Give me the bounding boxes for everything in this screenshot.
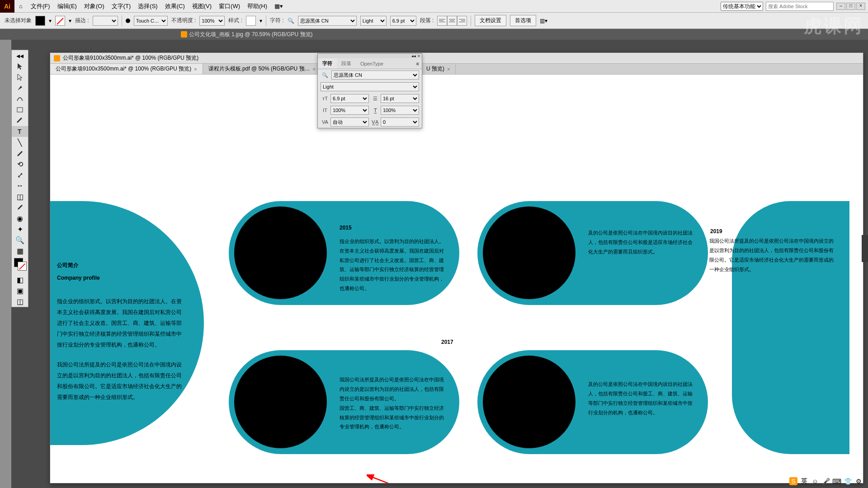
- stroke-weight[interactable]: [93, 16, 118, 26]
- pill-2015: 2015 指企业的组织形式。以营利为目的的社团法人。在资本主义社会获得高度发展。…: [229, 201, 459, 305]
- tab-character[interactable]: 字符: [318, 58, 337, 69]
- menu-file[interactable]: 文件(F): [27, 2, 54, 10]
- menu-help[interactable]: 帮助(H): [244, 2, 271, 10]
- eyedropper-tool[interactable]: [12, 202, 28, 213]
- canvas[interactable]: 公司简介 Company profile 指企业的组织形式。以营利为目的的社团法…: [50, 75, 863, 483]
- pill-bottom-left: 我国公司法所提及的公司是依照公司法在中国境内设立的是以营利为目的的社团法人，包括…: [229, 350, 459, 454]
- opacity-field[interactable]: 100%: [199, 16, 225, 26]
- menu-type[interactable]: 文字(T): [108, 2, 135, 10]
- width-tool[interactable]: ↔: [12, 180, 28, 191]
- tab-paragraph[interactable]: 段落: [337, 58, 356, 69]
- stroke-dropdown-icon[interactable]: ▾: [69, 18, 71, 24]
- panel-font-weight[interactable]: Light: [321, 82, 419, 91]
- align-center[interactable]: [447, 16, 457, 26]
- symbol-sprayer-tool[interactable]: ✦: [12, 224, 28, 235]
- pill-text: 及的公司是依照公司法在中国境内设目的社团法人，包括有限责任公司和股工、商、建筑、…: [588, 380, 697, 418]
- artboard-tool[interactable]: ▦: [12, 245, 28, 256]
- rotate-tool[interactable]: ⟲: [12, 159, 28, 169]
- screen-mode[interactable]: ▣: [12, 285, 28, 296]
- fill-dropdown-icon[interactable]: ▾: [49, 18, 52, 24]
- shaper-tool[interactable]: [12, 148, 28, 159]
- close-icon[interactable]: ×: [447, 66, 450, 72]
- panel-kerning[interactable]: 自动: [330, 117, 369, 127]
- preferences-button[interactable]: 首选项: [510, 15, 536, 26]
- close-icon[interactable]: ×: [313, 66, 316, 72]
- panel-tracking[interactable]: 0: [381, 117, 419, 127]
- window-max[interactable]: □: [846, 3, 855, 10]
- workspace: ◂◂ T ╲ ⟲ ⤢ ↔ ◫ ◉ ✦ 🔍 ▦ ◧ ▣ ◫ 公司形象墙9100x3…: [0, 40, 868, 488]
- free-transform-tool[interactable]: ◫: [12, 191, 28, 202]
- tab-label: 课程片头模板.pdf @ 50% (RGB/GPU 预…: [208, 65, 310, 73]
- doc-tab-1[interactable]: 公司形象墙9100x3500mm.ai* @ 100% (RGB/GPU 预览)…: [50, 64, 203, 74]
- ime-settings-icon[interactable]: ⚙: [854, 477, 863, 485]
- font-family[interactable]: 思源黑体 CN: [298, 16, 357, 26]
- rectangle-tool[interactable]: [12, 104, 28, 115]
- graphic-style[interactable]: [246, 16, 256, 26]
- home-icon[interactable]: ⌂: [14, 3, 27, 9]
- workspace-switcher[interactable]: 传统基本功能: [721, 2, 763, 11]
- doc-tab-2[interactable]: 课程片头模板.pdf @ 50% (RGB/GPU 预…×: [203, 64, 321, 74]
- panel-font-size[interactable]: 6.9 pt: [330, 94, 369, 103]
- document-setup-button[interactable]: 文档设置: [475, 15, 506, 26]
- menu-view[interactable]: 视图(V): [189, 2, 215, 10]
- panel-hscale[interactable]: 100%: [381, 106, 419, 115]
- collapse-icon[interactable]: ◂◂: [12, 50, 28, 61]
- line-tool[interactable]: ╲: [12, 137, 28, 148]
- arrange-docs-icon[interactable]: ▦▾: [271, 3, 287, 9]
- blend-tool[interactable]: ◉: [12, 213, 28, 224]
- tab-opentype[interactable]: OpenType: [356, 58, 388, 69]
- color-mode[interactable]: ◧: [12, 274, 28, 285]
- tracking-icon: V̲A̲: [371, 119, 380, 125]
- ime-lang[interactable]: 英: [800, 477, 808, 485]
- align-left[interactable]: [437, 16, 447, 26]
- dock-handle[interactable]: [862, 235, 868, 262]
- doc-tab-3[interactable]: U 预览)×: [421, 64, 456, 74]
- stroke-color-indicator[interactable]: [18, 262, 27, 271]
- scale-tool[interactable]: ⤢: [12, 169, 28, 180]
- window-min[interactable]: –: [836, 3, 845, 10]
- char-font-short[interactable]: Touch C…: [134, 16, 168, 26]
- panel-leading[interactable]: 16 pt: [381, 94, 419, 103]
- close-icon[interactable]: ×: [194, 66, 197, 72]
- character-panel[interactable]: ◂◂ × 字符 段落 OpenType ≡ 🔍 思源黑体 CN Light тT…: [317, 53, 422, 128]
- menu-edit[interactable]: 编辑(E): [54, 2, 80, 10]
- bg-doc-title[interactable]: 公司文化墙_画板 1.jpg @ 70.59% (RGB/GPU 预览): [189, 31, 313, 38]
- direct-selection-tool[interactable]: [12, 72, 28, 83]
- app-logo: Ai: [0, 0, 14, 13]
- ime-skin-icon[interactable]: 👕: [844, 477, 852, 485]
- font-size[interactable]: 6.9 pt: [390, 16, 416, 26]
- draw-mode[interactable]: ◫: [12, 296, 28, 307]
- curvature-tool[interactable]: [12, 94, 28, 104]
- panel-collapse-icon[interactable]: ◂◂: [411, 54, 416, 58]
- fill-stroke-indicator[interactable]: [12, 256, 28, 274]
- pen-tool[interactable]: [12, 83, 28, 94]
- panel-vscale[interactable]: 100%: [330, 106, 369, 115]
- menu-effect[interactable]: 效果(C): [161, 2, 189, 10]
- stock-search[interactable]: [766, 2, 834, 11]
- menu-select[interactable]: 选择(S): [134, 2, 161, 10]
- align-right[interactable]: [457, 16, 467, 26]
- menu-window[interactable]: 窗口(W): [215, 2, 244, 10]
- window-close[interactable]: ×: [856, 3, 865, 10]
- intro-p1: 指企业的组织形式。以营利为目的的社团法人。在资本主义社会获得高度发展。我国在建国…: [57, 296, 186, 350]
- panel-font-family[interactable]: 思源黑体 CN: [331, 70, 419, 80]
- type-tool[interactable]: T: [12, 126, 28, 137]
- ime-logo[interactable]: S: [789, 477, 797, 485]
- menu-object[interactable]: 对象(O): [80, 2, 108, 10]
- fill-swatch[interactable]: [35, 16, 45, 26]
- doc-titlebar[interactable]: 公司形象墙9100x3500mm.ai* @ 100% (RGB/GPU 预览): [50, 53, 863, 64]
- panel-menu-icon[interactable]: ≡: [414, 58, 422, 69]
- ime-keyboard-icon[interactable]: ⌨: [833, 477, 841, 485]
- selection-tool[interactable]: [12, 61, 28, 72]
- paintbrush-tool[interactable]: [12, 115, 28, 126]
- panel-tabs: 字符 段落 OpenType ≡: [318, 58, 422, 69]
- char-label: 字符 :: [270, 17, 284, 24]
- style-dropdown-icon[interactable]: ▾: [259, 18, 262, 24]
- align-to-icon[interactable]: ▥▾: [540, 18, 547, 24]
- zoom-tool[interactable]: 🔍: [12, 235, 28, 245]
- panel-close-icon[interactable]: ×: [418, 54, 420, 58]
- font-weight[interactable]: Light: [360, 16, 387, 26]
- ime-emoji-icon[interactable]: ☺: [811, 477, 819, 485]
- stroke-swatch[interactable]: [55, 16, 65, 26]
- ime-mic-icon[interactable]: 🎤: [822, 477, 830, 485]
